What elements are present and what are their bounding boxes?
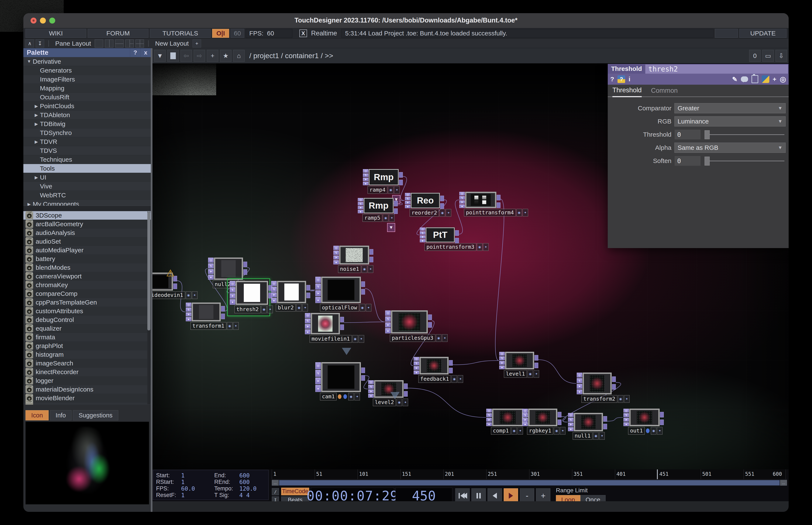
- node-label-flag-icon[interactable]: ◉: [186, 291, 191, 299]
- param-slider-threshold[interactable]: [703, 130, 786, 140]
- language-help-icon[interactable]: ?: [618, 75, 625, 83]
- output-connector[interactable]: [612, 376, 616, 382]
- node-flag-icon[interactable]: ◎: [414, 357, 419, 361]
- update-button[interactable]: UPDATE: [739, 29, 786, 38]
- node-body[interactable]: [214, 258, 243, 280]
- node-flag-icon[interactable]: ◎: [363, 169, 368, 173]
- output-connector[interactable]: [399, 172, 403, 178]
- node-flag-icon[interactable]: ➤: [522, 418, 528, 422]
- tree-item-tdableton[interactable]: ▶TDAbleton: [23, 110, 151, 119]
- node-body[interactable]: [419, 357, 448, 374]
- node-ramp5[interactable]: ◎↯➤●Rmpramp5◉✦▼: [364, 198, 394, 213]
- node-flag-icon[interactable]: ↯: [405, 197, 411, 200]
- node-label-flag-icon[interactable]: ✦: [560, 427, 565, 435]
- chevron-down-icon[interactable]: ▼: [26, 59, 33, 64]
- node-label-flag-icon[interactable]: ✦: [354, 393, 360, 401]
- pane-type-dropdown[interactable]: ▼: [154, 50, 166, 62]
- node-flag-icon[interactable]: ↯: [414, 361, 419, 365]
- node-cam1[interactable]: ◎↯➤●cam1◉✦: [321, 362, 361, 392]
- node-flag-icon[interactable]: ➤: [486, 418, 492, 422]
- node-flag-icon[interactable]: ●: [305, 329, 310, 334]
- node-body[interactable]: [311, 313, 340, 334]
- wire-rgbkey1-to-null1[interactable]: [561, 417, 567, 422]
- node-flag-icon[interactable]: ➤: [315, 377, 321, 385]
- info-icon[interactable]: i: [629, 76, 630, 83]
- info-end-[interactable]: End:600: [214, 472, 250, 479]
- output-connector[interactable]: [603, 416, 607, 422]
- wire-level1-to-transform2[interactable]: [538, 360, 576, 384]
- range-grip-left[interactable]: ...: [272, 480, 279, 485]
- slider-handle[interactable]: [705, 156, 710, 166]
- ruler-tick-401[interactable]: 401: [615, 469, 615, 479]
- node-flag-icon[interactable]: ↯: [230, 287, 235, 292]
- info-fps-[interactable]: FPS:60.0: [156, 485, 195, 492]
- node-videodevin1[interactable]: ◎↯➤●videodevin1◉✦⚠: [152, 273, 173, 290]
- chevron-right-icon[interactable]: ▶: [26, 201, 33, 206]
- node-flag-icon[interactable]: ◎: [186, 303, 191, 307]
- node-name-label[interactable]: level1: [504, 370, 527, 378]
- add-parameter-icon[interactable]: +: [773, 76, 777, 83]
- node-flag-icon[interactable]: ➤: [305, 324, 310, 329]
- spare-button[interactable]: [715, 29, 738, 38]
- ruler-tick-151[interactable]: 151: [400, 469, 401, 479]
- forward-arrow-icon[interactable]: ⇨: [194, 50, 205, 62]
- node-label-flag-icon[interactable]: ◉: [360, 304, 365, 312]
- param-number-soften[interactable]: 0: [675, 156, 701, 166]
- node-flag-icon[interactable]: ◎: [577, 373, 582, 377]
- output-connector[interactable]: [221, 314, 225, 319]
- node-flag-icon[interactable]: ●: [499, 365, 505, 369]
- node-label-flag-icon[interactable]: ✦: [483, 243, 489, 251]
- info-rend-[interactable]: REnd:600: [214, 479, 250, 485]
- output-connector[interactable]: [361, 281, 365, 287]
- output-connector[interactable]: [361, 289, 365, 295]
- output-connector[interactable]: [340, 325, 344, 330]
- output-connector[interactable]: [428, 322, 432, 328]
- list-item-arcballgeometry[interactable]: COMP◈arcBallGeometry: [23, 220, 151, 228]
- pencil-expression-icon[interactable]: ✎: [732, 76, 737, 83]
- output-connector[interactable]: [603, 424, 607, 429]
- output-connector[interactable]: [173, 284, 177, 289]
- node-flag-icon[interactable]: ↯: [459, 196, 465, 200]
- target-icon[interactable]: ◎: [780, 75, 786, 84]
- tree-item-tdvs[interactable]: TDVS: [23, 146, 151, 155]
- slider-handle[interactable]: [705, 130, 710, 139]
- node-body[interactable]: PtT: [426, 227, 455, 242]
- node-flag-icon[interactable]: ◎: [368, 380, 374, 384]
- node-label-flag-icon[interactable]: ✦: [267, 305, 273, 313]
- range-grip-right[interactable]: ...: [780, 480, 787, 485]
- node-flag-icon[interactable]: ↯: [315, 370, 321, 377]
- collapse-icon[interactable]: ∧: [26, 40, 34, 47]
- node-transform1[interactable]: ◎↯➤●transform1◉✦: [192, 303, 221, 321]
- node-label-flag-icon[interactable]: ◉: [528, 370, 533, 378]
- node-name-label[interactable]: transform1: [191, 322, 226, 330]
- node-rgbkey1[interactable]: ◎↯➤●rgbkey1◉✦: [528, 409, 557, 426]
- node-flag-icon[interactable]: ◎: [305, 313, 310, 318]
- node-flag-icon[interactable]: ➤: [420, 235, 425, 239]
- layout-quad-icon[interactable]: [135, 40, 144, 47]
- node-name-label[interactable]: pointtransform3: [425, 243, 476, 251]
- list-item-audioanalysis[interactable]: COMP◈audioAnalysis: [23, 228, 151, 237]
- node-body[interactable]: [505, 352, 534, 369]
- node-name-label[interactable]: ramp5: [363, 214, 382, 222]
- node-label-flag-icon[interactable]: ✦: [366, 304, 371, 312]
- add-layout-button[interactable]: +: [193, 40, 201, 47]
- ruler-tick-451[interactable]: 451: [658, 469, 658, 479]
- node-feedback1[interactable]: ◎↯➤●feedback1◉✦: [419, 357, 448, 374]
- node-flag-icon[interactable]: ◎: [486, 409, 492, 412]
- output-connector[interactable]: [243, 262, 247, 267]
- node-label-flag-icon[interactable]: ◉: [261, 305, 267, 313]
- python-mode-icon[interactable]: [762, 75, 769, 83]
- node-flag-icon[interactable]: ●: [385, 328, 391, 333]
- playhead[interactable]: [657, 469, 658, 479]
- info-t-sig-[interactable]: T Sig:4 4: [214, 492, 250, 498]
- node-body[interactable]: [192, 303, 221, 321]
- palette-list-scrollbar[interactable]: [147, 212, 150, 404]
- wire-level2-to-comp1[interactable]: [408, 388, 486, 417]
- node-name-label[interactable]: moviefilein1: [310, 335, 352, 343]
- output-connector[interactable]: [455, 238, 459, 243]
- chevron-right-icon[interactable]: ▶: [33, 104, 40, 109]
- list-item-kinectrecorder[interactable]: COMP◈kinectRecorder: [23, 368, 151, 376]
- tree-item-my-components[interactable]: ▶My Components: [23, 200, 151, 206]
- node-name-label[interactable]: reorder2: [410, 209, 439, 217]
- node-flag-icon[interactable]: ↯: [358, 202, 363, 206]
